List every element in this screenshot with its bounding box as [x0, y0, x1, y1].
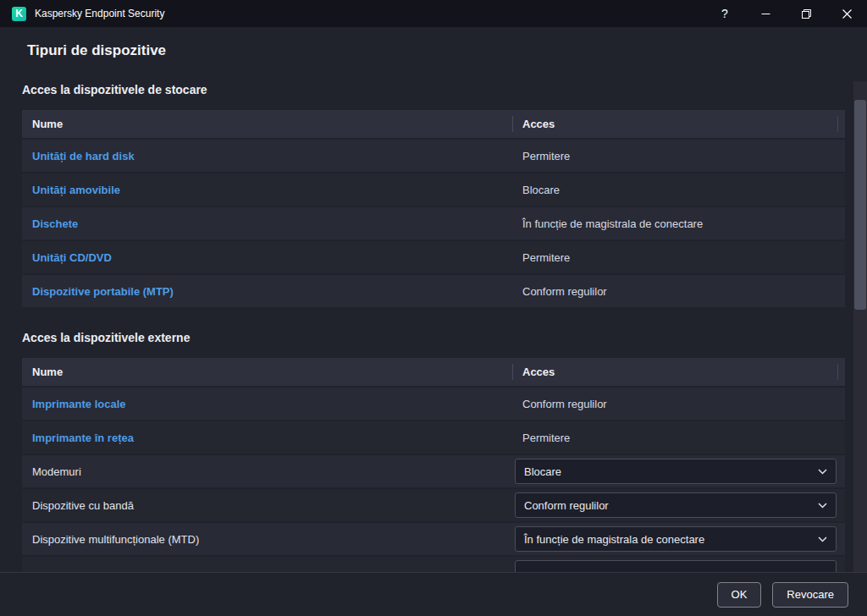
window-controls: ? [704, 0, 867, 27]
column-header-nume: Nume [22, 110, 512, 138]
table-row: Unități CD/DVDPermitere [22, 241, 845, 273]
device-name: Modemuri [32, 465, 81, 478]
access-value: Conform regulilor [522, 285, 607, 298]
device-link[interactable]: Dispozitive portabile (MTP) [32, 285, 174, 298]
access-value: Permitere [522, 251, 570, 264]
device-name: Dispozitive cu bandă [32, 499, 134, 512]
access-cell: Blocare [512, 184, 845, 196]
section-heading: Acces la dispozitivele externe [22, 331, 845, 344]
access-cell: Conform regulilor [512, 398, 845, 410]
device-table: NumeAccesImprimante localeConform reguli… [22, 358, 845, 572]
column-divider [512, 116, 513, 132]
table-header-row: NumeAcces [22, 358, 845, 386]
table-row: Dispozitive multifuncționale (MTD)În fun… [22, 523, 845, 555]
access-value: În funcție de magistrala de conectare [524, 533, 704, 546]
column-header-acces: Acces [512, 358, 845, 386]
window-title: Kaspersky Endpoint Security [35, 8, 164, 19]
table-row: Imprimante în rețeaPermitere [22, 421, 845, 454]
device-link[interactable]: Unități de hard disk [32, 150, 135, 162]
access-cell: Blocare [512, 459, 845, 484]
column-divider [837, 364, 838, 380]
cancel-button[interactable]: Revocare [772, 582, 848, 608]
device-name-cell: Unități CD/DVD [22, 251, 512, 264]
vertical-scrollbar[interactable] [853, 81, 867, 572]
access-value: În funcție de magistrala de conectare [522, 217, 703, 230]
dialog-content: Tipuri de dispozitive Acces la dispoziti… [0, 27, 867, 572]
ok-button[interactable]: OK [717, 582, 762, 608]
titlebar: K Kaspersky Endpoint Security ? [0, 0, 867, 27]
column-header-acces: Acces [512, 110, 845, 138]
device-table: NumeAccesUnități de hard diskPermitereUn… [22, 110, 845, 307]
access-value: Permitere [522, 150, 570, 162]
section-heading: Acces la dispozitivele de stocare [22, 83, 845, 96]
table-row: Unități amovibileBlocare [22, 173, 845, 206]
kaspersky-logo-icon: K [12, 7, 26, 21]
device-name-cell: Modemuri [22, 465, 512, 478]
access-select[interactable]: Conform regulilor [515, 492, 837, 518]
close-icon [842, 9, 852, 19]
chevron-down-icon [818, 503, 827, 509]
access-cell: Permitere [512, 251, 845, 264]
access-cell: Conform regulilor [512, 492, 845, 518]
device-name-cell: Unități amovibile [22, 184, 512, 196]
table-header-row: NumeAcces [22, 110, 845, 138]
chevron-down-icon [818, 536, 827, 542]
access-value: Blocare [524, 465, 561, 478]
table-row-clipped [22, 557, 845, 572]
titlebar-left: K Kaspersky Endpoint Security [0, 7, 164, 21]
device-name-cell: Dispozitive portabile (MTP) [22, 285, 512, 298]
close-button[interactable] [826, 0, 867, 27]
device-name-cell: Dispozitive multifuncționale (MTD) [22, 533, 512, 546]
access-select[interactable]: Blocare [515, 459, 837, 484]
footer-bar: OK Revocare [0, 572, 867, 616]
device-link[interactable]: Imprimante locale [32, 398, 126, 410]
access-value: Blocare [522, 184, 560, 196]
minimize-icon [761, 9, 770, 19]
access-value: Conform regulilor [522, 398, 607, 410]
device-name-cell: Dischete [22, 217, 512, 230]
sections-container: Acces la dispozitivele de stocareNumeAcc… [22, 83, 845, 572]
restore-button[interactable] [786, 0, 826, 27]
access-cell: Permitere [512, 432, 845, 444]
access-select[interactable] [515, 560, 837, 572]
access-cell: Permitere [512, 150, 845, 162]
device-link[interactable]: Imprimante în rețea [32, 432, 134, 444]
table-row: ModemuriBlocare [22, 455, 845, 487]
device-link[interactable]: Dischete [32, 217, 78, 230]
table-row: Imprimante localeConform regulilor [22, 388, 845, 420]
table-row: Dispozitive cu bandăConform regulilor [22, 489, 845, 521]
table-row: Dispozitive portabile (MTP)Conform regul… [22, 275, 845, 307]
access-cell [512, 557, 845, 572]
access-value: Permitere [522, 432, 570, 444]
minimize-button[interactable] [745, 0, 786, 27]
column-divider [837, 116, 838, 132]
access-value: Conform regulilor [524, 499, 609, 512]
chevron-down-icon [818, 469, 827, 475]
column-header-nume: Nume [22, 358, 512, 386]
scrollbar-thumb[interactable] [854, 100, 866, 310]
access-cell: Conform regulilor [512, 285, 845, 298]
device-link[interactable]: Unități CD/DVD [32, 251, 112, 264]
device-link[interactable]: Unități amovibile [32, 184, 120, 196]
device-name-cell: Dispozitive cu bandă [22, 499, 512, 512]
access-cell: În funcție de magistrala de conectare [512, 526, 845, 552]
access-select[interactable]: În funcție de magistrala de conectare [515, 526, 837, 552]
column-divider [512, 364, 513, 380]
access-cell: În funcție de magistrala de conectare [512, 217, 845, 230]
page-title: Tipuri de dispozitive [27, 42, 845, 59]
device-name: Dispozitive multifuncționale (MTD) [32, 533, 199, 546]
table-row: Unități de hard diskPermitere [22, 140, 845, 172]
restore-icon [802, 9, 811, 19]
device-name-cell: Imprimante în rețea [22, 432, 512, 444]
table-row: DischeteÎn funcție de magistrala de cone… [22, 207, 845, 239]
device-name-cell: Unități de hard disk [22, 150, 512, 162]
help-button[interactable]: ? [704, 0, 745, 27]
device-name-cell: Imprimante locale [22, 398, 512, 410]
